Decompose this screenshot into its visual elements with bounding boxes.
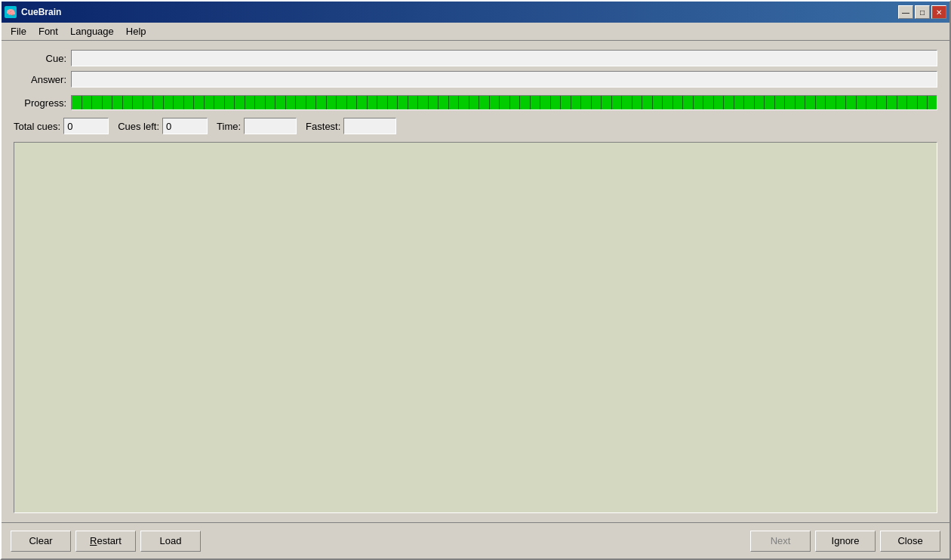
progress-segment (296, 96, 306, 109)
progress-segment (143, 96, 154, 109)
stats-row: Total cues: Cues left: Time: Fastest: (14, 118, 937, 134)
progress-segment (103, 96, 113, 109)
total-cues-item: Total cues: (14, 118, 109, 134)
close-button[interactable]: Close (880, 531, 940, 552)
progress-segment (826, 96, 836, 109)
progress-segment (694, 96, 704, 109)
progress-segment (388, 96, 399, 109)
cue-row: Cue: (14, 50, 937, 66)
progress-segment (479, 96, 490, 109)
progress-segment (82, 96, 93, 109)
maximize-button[interactable]: □ (915, 5, 930, 19)
total-cues-label: Total cues: (14, 121, 60, 132)
bottom-left-buttons: Clear Restart Load (11, 531, 201, 552)
progress-segment (673, 96, 684, 109)
progress-segment (174, 96, 184, 109)
progress-segment (205, 96, 215, 109)
clear-button[interactable]: Clear (11, 531, 71, 552)
fastest-item: Fastest: (306, 118, 396, 134)
progress-segment (887, 96, 897, 109)
menu-font[interactable]: Font (32, 24, 64, 38)
fastest-value[interactable] (343, 118, 396, 134)
progress-segment (72, 96, 82, 109)
restart-button[interactable]: Restart (75, 531, 136, 552)
progress-segment (316, 96, 327, 109)
minimize-button[interactable]: — (898, 5, 913, 19)
progress-segment (133, 96, 143, 109)
progress-segment (214, 96, 225, 109)
menu-file[interactable]: File (5, 24, 32, 38)
cues-left-item: Cues left: (118, 118, 208, 134)
progress-segment (164, 96, 174, 109)
progress-segment (225, 96, 235, 109)
progress-segment (153, 96, 164, 109)
progress-segment (500, 96, 510, 109)
progress-segment (632, 96, 643, 109)
progress-segment (816, 96, 826, 109)
cue-label: Cue: (14, 53, 66, 64)
title-bar-buttons: — □ ✕ (898, 5, 946, 19)
progress-segment (663, 96, 673, 109)
answer-input[interactable] (71, 71, 937, 88)
total-cues-value[interactable] (63, 118, 109, 134)
progress-segment (765, 96, 775, 109)
progress-segment (612, 96, 623, 109)
next-button[interactable]: Next (750, 531, 811, 552)
progress-segment (642, 96, 653, 109)
progress-segment (581, 96, 592, 109)
progress-segment (744, 96, 755, 109)
progress-segment (459, 96, 469, 109)
menu-bar: File Font Language Help (2, 23, 949, 41)
progress-segment (846, 96, 857, 109)
progress-segment (622, 96, 632, 109)
progress-segment (235, 96, 245, 109)
progress-segment (398, 96, 408, 109)
progress-segment (377, 96, 388, 109)
load-button[interactable]: Load (140, 531, 201, 552)
progress-segment (368, 96, 378, 109)
progress-segment (653, 96, 663, 109)
bottom-right-buttons: Next Ignore Close (750, 531, 940, 552)
progress-segment (347, 96, 358, 109)
progress-segment (469, 96, 480, 109)
cues-left-value[interactable] (162, 118, 208, 134)
progress-segment (785, 96, 796, 109)
progress-segment (275, 96, 286, 109)
progress-segment (734, 96, 745, 109)
title-bar: 🧠 CueBrain — □ ✕ (2, 2, 949, 23)
ignore-button[interactable]: Ignore (815, 531, 876, 552)
cue-input[interactable] (71, 50, 937, 66)
progress-segment (551, 96, 562, 109)
progress-segment (703, 96, 714, 109)
progress-segment (266, 96, 276, 109)
menu-help[interactable]: Help (120, 24, 152, 38)
progress-segment (337, 96, 347, 109)
progress-segment (897, 96, 908, 109)
progress-segment (92, 96, 103, 109)
progress-segment (775, 96, 786, 109)
progress-segment (714, 96, 725, 109)
progress-segment (194, 96, 205, 109)
menu-language[interactable]: Language (64, 24, 120, 38)
progress-segment (510, 96, 521, 109)
progress-segment (592, 96, 602, 109)
progress-segment (755, 96, 765, 109)
window-title: CueBrain (21, 7, 61, 17)
progress-segment (520, 96, 531, 109)
fastest-label: Fastest: (306, 121, 340, 132)
answer-row: Answer: (14, 71, 937, 88)
progress-segment (429, 96, 439, 109)
cues-left-label: Cues left: (118, 121, 159, 132)
progress-segment (866, 96, 877, 109)
main-window: 🧠 CueBrain — □ ✕ File Font Language Help… (0, 0, 951, 560)
progress-segment (418, 96, 429, 109)
progress-segment (571, 96, 582, 109)
close-window-button[interactable]: ✕ (931, 5, 946, 19)
progress-segment (408, 96, 419, 109)
progress-row: Progress: (14, 95, 937, 110)
progress-segment (877, 96, 888, 109)
progress-segment (602, 96, 612, 109)
time-value[interactable] (244, 118, 297, 134)
app-icon: 🧠 (5, 6, 17, 18)
progress-segment (184, 96, 195, 109)
